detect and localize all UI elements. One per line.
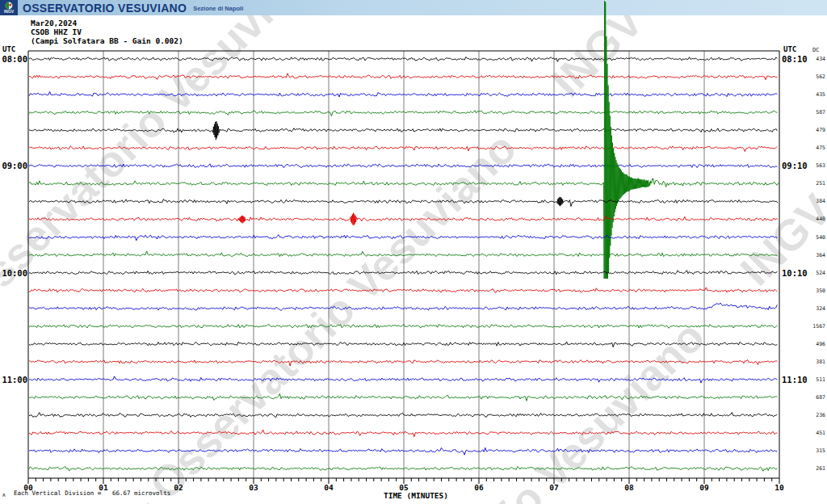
dc-value-row-7: 563 — [804, 162, 825, 169]
record-date: Mar20,2024 — [31, 19, 77, 27]
dc-value-row-2: 562 — [804, 74, 825, 80]
left-time-label-11:00: 11:00 — [2, 375, 27, 384]
dc-value-row-14: 350 — [804, 288, 825, 294]
x-tick-label-02: 02 — [169, 483, 188, 492]
trace-row-19-blue-11:00 — [29, 376, 777, 383]
trace-row-10-red-09:30 — [29, 213, 778, 225]
dc-value-row-6: 475 — [804, 145, 825, 151]
trace-row-12-green-09:50 — [29, 251, 777, 257]
dc-value-row-4: 587 — [804, 109, 825, 116]
dc-value-row-1: 434 — [804, 56, 825, 62]
trace-row-7-blue-09:00 — [29, 164, 777, 168]
dc-value-row-23: 315 — [804, 447, 825, 454]
ingv-logo: INGV — [0, 0, 18, 15]
trace-row-1-black-08:00 — [29, 57, 777, 62]
site-title: OSSERVATORIO VESUVIANO — [23, 2, 187, 15]
trace-row-23-blue-11:40 — [29, 447, 777, 455]
trace-row-15-blue-10:20 — [29, 303, 777, 310]
dc-value-row-22: 451 — [804, 430, 825, 436]
station-detail: (Campi Solfatara BB - Gain 0.002) — [31, 36, 183, 45]
trace-row-14-red-10:10 — [29, 288, 777, 293]
utc-left-header: UTC — [2, 45, 15, 53]
x-axis-title: TIME (MINUTES) — [335, 491, 497, 500]
dc-value-row-16: 1567 — [804, 323, 825, 330]
scale-footnote: Each Vertical Division = 66.67 microvolt… — [14, 489, 170, 497]
trace-row-18-red-10:50 — [29, 359, 777, 366]
right-time-label-08:10: 08:10 — [782, 54, 808, 64]
trace-row-4-green-08:30 — [29, 111, 777, 116]
site-header: INGV OSSERVATORIO VESUVIANO Sezione di N… — [0, 0, 827, 15]
left-time-label-08:00: 08:00 — [2, 54, 27, 64]
station-code: CSOB HHZ IV — [31, 27, 82, 36]
ingv-logo-text: INGV — [4, 10, 14, 14]
ingv-watermark: INGV - Osservatorio Vesuviano INGV - Oss… — [0, 0, 827, 504]
dc-value-row-9: 384 — [804, 198, 825, 204]
trace-row-9-black-09:20 — [29, 197, 778, 207]
dc-value-row-21: 236 — [804, 412, 825, 418]
x-tick-label-10: 10 — [770, 483, 789, 492]
left-time-label-10:00: 10:00 — [2, 268, 27, 278]
right-time-label-11:10: 11:10 — [782, 375, 808, 384]
dc-value-row-11: 540 — [804, 234, 825, 241]
site-subtitle: Sezione di Napoli — [193, 5, 243, 12]
x-tick-label-07: 07 — [544, 483, 564, 492]
trace-row-16-green-10:30 — [29, 325, 777, 329]
dc-value-row-5: 479 — [804, 127, 825, 133]
x-tick-label-08: 08 — [619, 483, 639, 492]
dc-value-row-17: 496 — [804, 341, 825, 347]
right-time-label-09:10: 09:10 — [782, 161, 808, 170]
dc-value-row-13: 524 — [804, 270, 825, 276]
utc-right-header: UTC — [783, 45, 796, 53]
dc-value-row-18: 381 — [804, 359, 825, 365]
dc-value-row-15: 324 — [804, 305, 825, 312]
footnote-marker: A — [2, 492, 6, 498]
trace-row-20-green-11:10 — [29, 393, 777, 401]
trace-row-24-green-11:50 — [29, 467, 777, 472]
dc-value-row-3: 435 — [804, 91, 825, 98]
dc-value-row-10: 440 — [804, 216, 825, 222]
seismogram-traces — [0, 0, 827, 504]
trace-row-17-black-10:40 — [29, 342, 777, 347]
trace-row-6-red-08:50 — [29, 146, 777, 152]
trace-row-3-blue-08:20 — [29, 91, 777, 97]
station-info: Mar20,2024CSOB HHZ IV(Campi Solfatara BB… — [31, 19, 183, 45]
left-time-label-09:00: 09:00 — [2, 161, 27, 170]
trace-row-13-black-10:00 — [29, 271, 777, 275]
x-tick-label-03: 03 — [244, 483, 263, 492]
trace-row-22-red-11:30 — [29, 430, 777, 437]
dc-value-row-20: 687 — [804, 394, 825, 401]
trace-row-2-red-08:10 — [29, 74, 777, 80]
dc-value-row-8: 251 — [804, 180, 825, 187]
trace-row-21-black-11:20 — [29, 413, 777, 418]
dc-value-row-24: 261 — [804, 465, 825, 472]
dc-column-header: DC — [812, 47, 819, 53]
helicorder-page: INGV - Osservatorio Vesuviano INGV - Oss… — [0, 0, 827, 504]
trace-row-5-black-08:40 — [29, 121, 777, 140]
dc-value-row-19: 511 — [804, 376, 825, 383]
dc-value-row-12: 364 — [804, 252, 825, 258]
trace-row-11-blue-09:40 — [29, 235, 777, 241]
x-tick-label-09: 09 — [695, 483, 714, 492]
right-time-label-10:10: 10:10 — [782, 268, 808, 278]
